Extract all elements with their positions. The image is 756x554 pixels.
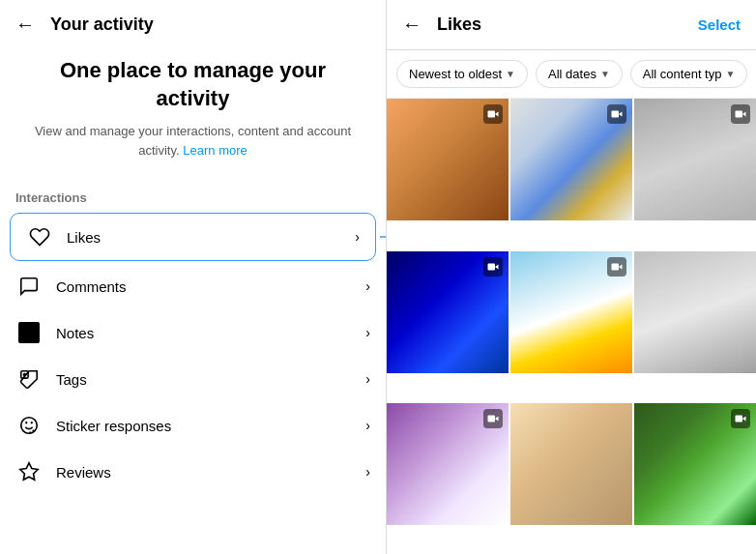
hero-title: One place to manage your activity (23, 57, 363, 112)
video-badge (731, 409, 750, 428)
notes-label: Notes (56, 325, 365, 341)
menu-item-reviews[interactable]: Reviews › (0, 449, 386, 495)
sticker-icon (15, 412, 43, 439)
menu-item-sticker-responses[interactable]: Sticker responses › (0, 402, 386, 449)
svg-rect-9 (736, 111, 743, 118)
photo-cell[interactable] (634, 403, 756, 525)
photo-image (634, 251, 756, 373)
learn-more-link[interactable]: Learn more (183, 143, 247, 158)
left-panel: ← Your activity One place to manage your… (0, 0, 387, 554)
notes-icon (15, 319, 43, 346)
chevron-down-icon: ▼ (506, 69, 515, 79)
select-button[interactable]: Select (698, 16, 741, 33)
video-badge (483, 257, 503, 277)
left-header: ← Your activity (0, 0, 386, 49)
sticker-responses-label: Sticker responses (56, 418, 365, 434)
chevron-down-icon: ▼ (600, 69, 610, 79)
chevron-down-icon: ▼ (725, 69, 735, 79)
notes-chevron: › (365, 325, 370, 340)
reviews-label: Reviews (56, 464, 365, 481)
photo-cell[interactable] (510, 99, 632, 220)
comments-label: Comments (56, 278, 365, 295)
video-badge (483, 104, 503, 124)
menu-item-notes[interactable]: Notes › (0, 309, 386, 356)
menu-item-tags[interactable]: Tags › (0, 356, 386, 402)
photo-image (510, 403, 632, 525)
photo-grid (387, 99, 756, 554)
filter-sort[interactable]: Newest to oldest ▼ (396, 60, 528, 88)
right-title: Likes (437, 15, 698, 35)
video-badge (731, 104, 750, 124)
filter-dates-label: All dates (548, 67, 596, 81)
right-panel: ← Likes Select Newest to oldest ▼ All da… (387, 0, 756, 554)
photo-cell[interactable] (510, 403, 632, 525)
filter-dates[interactable]: All dates ▼ (536, 60, 623, 88)
hero-section: One place to manage your activity View a… (0, 49, 386, 179)
right-back-button[interactable]: ← (402, 14, 422, 36)
svg-rect-7 (488, 111, 496, 118)
tags-label: Tags (56, 371, 365, 388)
svg-rect-10 (488, 263, 496, 270)
heart-icon (26, 223, 53, 250)
likes-chevron: › (355, 229, 360, 245)
left-back-button[interactable]: ← (15, 14, 35, 36)
filter-bar: Newest to oldest ▼ All dates ▼ All conte… (387, 50, 756, 99)
filter-content[interactable]: All content typ ▼ (630, 60, 748, 88)
tag-icon (15, 365, 43, 393)
menu-item-comments[interactable]: Comments › (0, 263, 386, 309)
svg-rect-11 (612, 263, 620, 270)
video-badge (607, 257, 626, 277)
svg-point-4 (21, 418, 38, 434)
svg-rect-13 (736, 416, 743, 423)
review-icon (15, 458, 43, 485)
sticker-chevron: › (365, 418, 370, 433)
filter-sort-label: Newest to oldest (409, 67, 502, 81)
filter-content-label: All content typ (643, 67, 722, 81)
left-title: Your activity (50, 15, 154, 35)
svg-point-3 (24, 374, 26, 376)
svg-rect-8 (612, 111, 620, 118)
photo-cell[interactable] (634, 99, 756, 220)
photo-cell[interactable] (387, 403, 509, 525)
tags-chevron: › (365, 371, 370, 387)
arrow-pointer (380, 222, 387, 251)
reviews-chevron: › (365, 464, 370, 480)
menu-item-likes[interactable]: Likes › (10, 213, 376, 261)
photo-cell[interactable] (634, 251, 756, 373)
video-badge (483, 409, 503, 428)
photo-cell[interactable] (510, 251, 632, 373)
photo-cell[interactable] (387, 99, 509, 220)
hero-subtitle: View and manage your interactions, conte… (23, 122, 363, 160)
photo-cell[interactable] (387, 251, 509, 373)
interactions-label: Interactions (0, 179, 386, 211)
video-badge (607, 104, 626, 124)
comment-icon (15, 273, 43, 300)
svg-rect-12 (488, 416, 496, 423)
right-header: ← Likes Select (387, 0, 756, 50)
comments-chevron: › (365, 278, 370, 294)
likes-label: Likes (67, 229, 355, 246)
